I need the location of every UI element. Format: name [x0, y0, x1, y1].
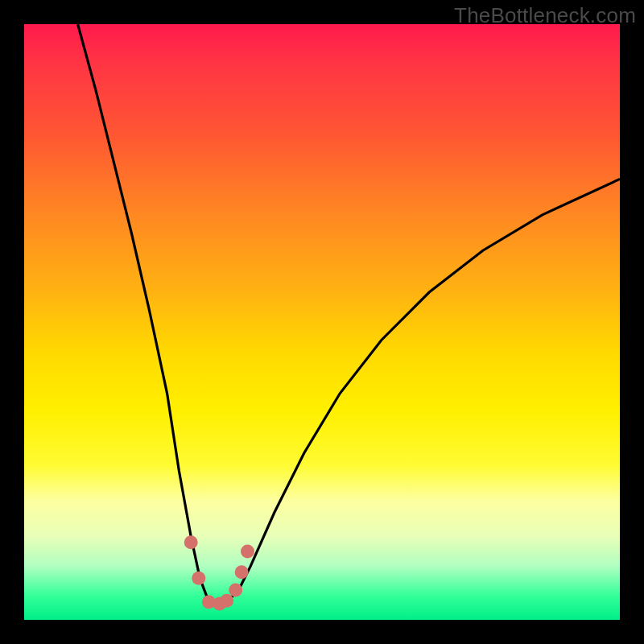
marker-dot — [229, 584, 242, 597]
bottleneck-curve — [78, 24, 620, 605]
marker-dot — [192, 572, 205, 585]
marker-dot — [184, 535, 198, 549]
marker-dot — [241, 544, 254, 558]
highlight-dots — [184, 535, 254, 610]
watermark-text: TheBottleneck.com — [454, 3, 636, 28]
plot-area — [24, 24, 620, 620]
chart-svg — [24, 24, 620, 620]
marker-dot — [235, 565, 249, 579]
chart-frame: TheBottleneck.com — [0, 0, 644, 644]
marker-dot — [220, 594, 233, 608]
